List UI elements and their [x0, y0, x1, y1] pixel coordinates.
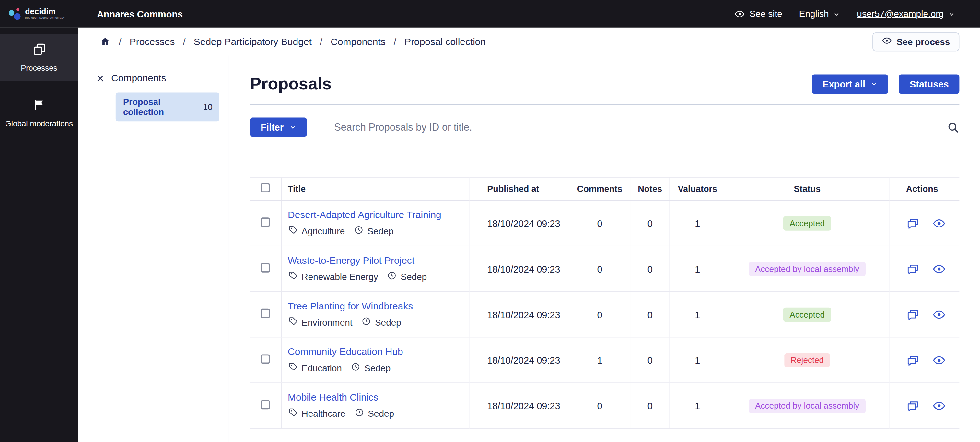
cell-notes: 0 — [631, 246, 670, 292]
language-selector[interactable]: English — [799, 9, 840, 19]
column-header-notes: Notes — [631, 177, 670, 200]
proposal-title-link[interactable]: Community Education Hub — [288, 346, 403, 357]
home-icon[interactable] — [100, 36, 111, 47]
answer-icon[interactable] — [906, 216, 919, 230]
tag-icon — [288, 225, 298, 237]
answer-icon[interactable] — [906, 353, 919, 367]
status-badge: Accepted — [783, 307, 831, 321]
cell-select — [250, 246, 281, 292]
admin-sidebar: Processes Global moderations — [0, 27, 78, 442]
breadcrumb-link[interactable]: Proposal collection — [404, 36, 486, 47]
preview-eye-icon[interactable] — [932, 308, 945, 321]
tag-icon — [288, 316, 298, 328]
cell-notes: 0 — [631, 292, 670, 337]
proposal-title-link[interactable]: Desert-Adapted Agriculture Training — [288, 209, 441, 220]
sidebar-divider — [0, 87, 78, 87]
cell-actions — [889, 246, 959, 292]
proposal-title-link[interactable]: Waste-to-Energy Pilot Project — [288, 255, 415, 266]
see-process-button[interactable]: See process — [872, 32, 959, 51]
search-icon[interactable] — [947, 121, 959, 134]
panel-item-proposal-collection[interactable]: Proposal collection 10 — [116, 92, 220, 121]
chevron-down-icon — [289, 122, 296, 132]
category-tag: Education — [288, 362, 342, 374]
statuses-button[interactable]: Statuses — [899, 74, 959, 94]
row-checkbox[interactable] — [261, 263, 270, 272]
table-row: Mobile Health Clinics Healthcare Sedep — [250, 383, 959, 428]
decidim-admin-app: decidim free open source democracy Annar… — [0, 0, 980, 442]
cell-status: Accepted by local assembly — [725, 246, 889, 292]
user-menu[interactable]: user57@example.org — [857, 9, 955, 19]
cell-select — [250, 383, 281, 428]
preview-eye-icon[interactable] — [932, 216, 945, 230]
top-bar-actions: See site English user57@example.org — [734, 8, 980, 19]
cell-valuators: 1 — [669, 383, 725, 428]
search-input[interactable] — [333, 121, 939, 134]
breadcrumb-separator: / — [119, 36, 121, 47]
cell-notes: 0 — [631, 337, 670, 383]
answer-icon[interactable] — [906, 308, 919, 321]
eye-icon — [881, 36, 891, 48]
cell-comments: 1 — [569, 337, 631, 383]
scope-tag: Sedep — [351, 362, 390, 374]
proposal-title-link[interactable]: Mobile Health Clinics — [288, 392, 378, 402]
close-icon[interactable] — [95, 73, 105, 83]
proposals-table: Title Published at Comments Notes Valuat… — [250, 177, 959, 429]
answer-icon[interactable] — [906, 399, 919, 412]
filter-button[interactable]: Filter — [250, 118, 307, 137]
main-content: Proposals Export all Statuses Filter — [229, 56, 980, 442]
cell-published-at: 18/10/2024 09:23 — [469, 337, 569, 383]
clock-icon — [387, 270, 397, 283]
flag-icon — [32, 98, 46, 114]
breadcrumb-link[interactable]: Components — [331, 36, 386, 47]
cell-valuators: 1 — [669, 337, 725, 383]
category-tag: Agriculture — [288, 225, 345, 237]
cell-published-at: 18/10/2024 09:23 — [469, 200, 569, 246]
clock-icon — [361, 316, 371, 328]
preview-eye-icon[interactable] — [932, 399, 945, 412]
cell-title: Mobile Health Clinics Healthcare Sedep — [281, 383, 469, 428]
cell-valuators: 1 — [669, 292, 725, 337]
row-checkbox[interactable] — [261, 217, 270, 226]
cell-title: Tree Planting for Windbreaks Environment… — [281, 292, 469, 337]
sidebar-item-processes[interactable]: Processes — [0, 34, 78, 81]
decidim-logo-icon — [8, 7, 21, 20]
category-tag: Healthcare — [288, 407, 345, 419]
preview-eye-icon[interactable] — [932, 353, 945, 367]
answer-icon[interactable] — [906, 262, 919, 275]
tag-icon — [288, 270, 298, 283]
export-all-button[interactable]: Export all — [812, 74, 888, 94]
column-header-comments: Comments — [569, 177, 631, 200]
organization-name: Annares Commons — [97, 8, 183, 19]
decidim-logo[interactable]: decidim free open source democracy — [0, 7, 78, 20]
row-checkbox[interactable] — [261, 308, 270, 318]
cell-status: Rejected — [725, 337, 889, 383]
cell-status: Accepted by local assembly — [725, 383, 889, 428]
cell-comments: 0 — [569, 383, 631, 428]
cell-published-at: 18/10/2024 09:23 — [469, 246, 569, 292]
preview-eye-icon[interactable] — [932, 262, 945, 275]
cell-comments: 0 — [569, 200, 631, 246]
see-site-link[interactable]: See site — [734, 8, 782, 19]
status-badge: Accepted by local assembly — [749, 398, 865, 412]
chevron-down-icon — [833, 10, 840, 17]
category-tag: Renewable Energy — [288, 270, 378, 283]
cell-actions — [889, 292, 959, 337]
proposal-title-link[interactable]: Tree Planting for Windbreaks — [288, 301, 413, 312]
breadcrumb-link[interactable]: Sedep Participatory Budget — [194, 36, 312, 47]
table-row: Community Education Hub Education Sedep — [250, 337, 959, 383]
sidebar-item-global-moderations[interactable]: Global moderations — [0, 89, 78, 137]
breadcrumb-link[interactable]: Processes — [130, 36, 175, 47]
cell-title: Waste-to-Energy Pilot Project Renewable … — [281, 246, 469, 292]
brand-tagline: free open source democracy — [25, 17, 65, 20]
row-checkbox[interactable] — [261, 354, 270, 364]
cell-actions — [889, 383, 959, 428]
eye-icon — [734, 8, 745, 19]
column-header-title: Title — [281, 177, 469, 200]
scope-tag: Sedep — [387, 270, 427, 283]
select-all-checkbox[interactable] — [261, 183, 270, 192]
scope-tag: Sedep — [361, 316, 401, 328]
cell-valuators: 1 — [669, 200, 725, 246]
breadcrumb: / Processes / Sedep Participatory Budget… — [100, 36, 486, 47]
row-checkbox[interactable] — [261, 399, 270, 409]
page-title: Proposals — [250, 74, 331, 94]
